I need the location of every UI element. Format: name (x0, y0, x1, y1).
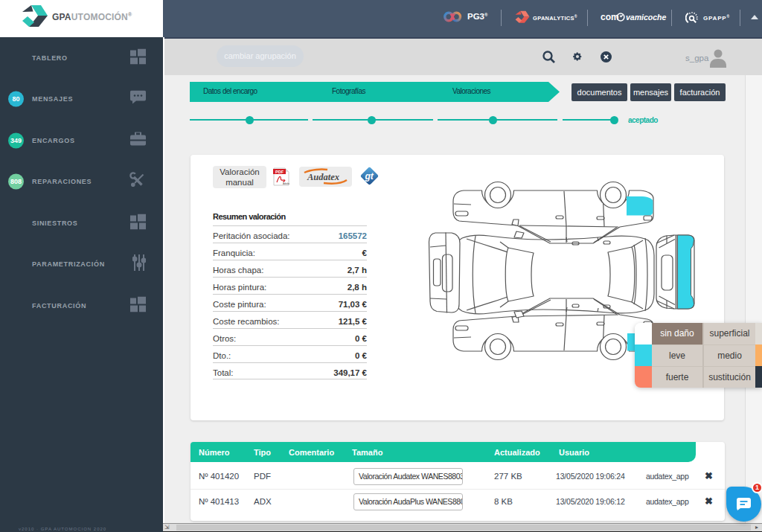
svg-text:PDF: PDF (275, 170, 284, 174)
svg-text:Audatex: Audatex (307, 172, 339, 182)
svg-text:gt: gt (365, 171, 374, 182)
svg-text:Adobe: Adobe (283, 182, 289, 185)
